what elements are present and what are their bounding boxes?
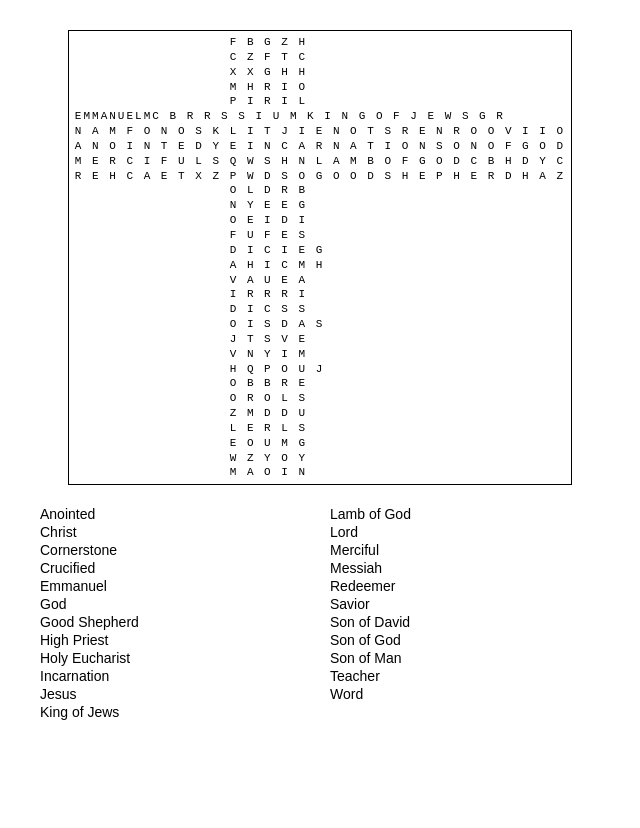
list-item: High Priest	[40, 631, 310, 649]
list-item: Christ	[40, 523, 310, 541]
word-list-column-1: AnointedChristCornerstoneCrucifiedEmmanu…	[40, 505, 310, 721]
list-item: Cornerstone	[40, 541, 310, 559]
list-item: Lamb of God	[330, 505, 600, 523]
word-list-column-2: Lamb of GodLordMercifulMessiahRedeemerSa…	[330, 505, 600, 721]
word-search-grid: F B G Z H C Z F T C X X G H H M H R I O …	[68, 30, 572, 485]
word-list: AnointedChristCornerstoneCrucifiedEmmanu…	[40, 505, 600, 721]
list-item: God	[40, 595, 310, 613]
list-item: Lord	[330, 523, 600, 541]
list-item: Messiah	[330, 559, 600, 577]
list-item: Anointed	[40, 505, 310, 523]
list-item: Crucified	[40, 559, 310, 577]
list-item: Son of Man	[330, 649, 600, 667]
word-list-section: AnointedChristCornerstoneCrucifiedEmmanu…	[20, 505, 620, 721]
list-item: Savior	[330, 595, 600, 613]
list-item: Merciful	[330, 541, 600, 559]
list-item: King of Jews	[40, 703, 310, 721]
list-item: Incarnation	[40, 667, 310, 685]
puzzle-container: F B G Z H C Z F T C X X G H H M H R I O …	[20, 30, 620, 485]
list-item: Word	[330, 685, 600, 703]
list-item: Jesus	[40, 685, 310, 703]
list-item: Emmanuel	[40, 577, 310, 595]
list-item: Son of God	[330, 631, 600, 649]
list-item: Redeemer	[330, 577, 600, 595]
list-item: Good Shepherd	[40, 613, 310, 631]
list-item: Holy Eucharist	[40, 649, 310, 667]
list-item: Son of David	[330, 613, 600, 631]
list-item: Teacher	[330, 667, 600, 685]
